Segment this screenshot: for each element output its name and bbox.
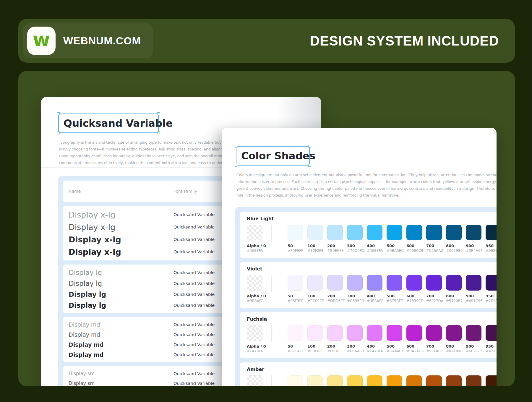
shade-cell: 100#FBE8FF	[307, 325, 323, 354]
shade-cell: 400#9B8AFB	[367, 275, 382, 303]
palette-row: Alpha / 0#E478FA50#FDF4FF100#FBE8FF200#F…	[247, 325, 497, 354]
shade-cell: 500#875BF7	[387, 275, 402, 303]
shade-cell: 900#6F1877	[466, 325, 481, 354]
main-panel: Quicksand Variable Typography is the art…	[18, 71, 515, 386]
shade-step: 300	[347, 243, 363, 248]
type-row-name: Display lg	[63, 269, 173, 276]
column-header-name: Name	[63, 189, 173, 194]
shade-cell: 200#F6D0FE	[327, 325, 343, 354]
selection-box-typography[interactable]: Quicksand Variable	[58, 114, 159, 133]
shade-hex: #0B4A6F	[466, 248, 481, 253]
shade-cell: 900#491C96	[466, 275, 481, 303]
selection-handle-icon[interactable]	[308, 164, 311, 167]
shade-list: 50#F5F3FF100#ECE9FE200#DDD6FE300#C3B5FD4…	[288, 275, 497, 303]
shade-cell: 50#FDF4FF	[288, 325, 303, 354]
description-line: green) convey calmness and trust. Choosi…	[236, 185, 497, 192]
shade-cell: 400#FBBF24	[367, 375, 382, 386]
palette-name: Fuchsia	[247, 316, 497, 322]
shade-step: 500	[387, 294, 402, 299]
shade-step: 800	[446, 243, 462, 248]
shade-cell: 400#E478FA	[367, 325, 382, 354]
color-swatch	[347, 325, 363, 341]
brand-name: WEBNUM.COM	[63, 35, 141, 47]
color-swatch	[446, 275, 462, 291]
shade-step: 50	[288, 243, 303, 248]
shade-cell: 200#B9E6FE	[327, 225, 343, 253]
alpha-cell: Alpha / 0#9B8AFB	[247, 275, 262, 303]
shade-cell: 400#36BFFA	[367, 225, 382, 253]
shade-cell: 300#FCD34D	[347, 375, 363, 386]
shade-step: 950	[486, 294, 497, 299]
shade-hex: #6927DA	[426, 299, 442, 303]
shade-hex: #FDF4FF	[288, 349, 303, 354]
color-swatch	[466, 325, 481, 341]
shade-cell: 50#FFFBEB	[288, 375, 303, 386]
alpha-cell: Alpha / 0	[247, 375, 262, 386]
palette-list: Blue LightAlpha / 0#36BFFA50#F0F9FF100#E…	[235, 207, 497, 386]
shade-hex: #F0F9FF	[288, 248, 303, 253]
shade-step: 700	[426, 294, 442, 299]
shade-step: 400	[367, 243, 382, 248]
shade-hex: #9F1AB1	[426, 349, 442, 354]
shade-step: 400	[367, 294, 382, 299]
selection-handle-icon[interactable]	[235, 145, 237, 147]
type-row-font-family: Quicksand Variable	[173, 342, 215, 347]
alpha-checkerboard-swatch	[247, 225, 262, 240]
selection-box-colors[interactable]: Color Shades	[236, 146, 310, 166]
shade-step: 200	[327, 294, 343, 299]
shade-step: 200	[327, 344, 343, 349]
description-line: role in the design process, improving us…	[236, 192, 497, 199]
shade-cell: 950#451A03	[486, 375, 497, 386]
color-swatch	[307, 325, 323, 341]
selection-handle-icon[interactable]	[57, 132, 60, 134]
shade-hex: #E0F2FE	[307, 248, 323, 253]
shade-cell: 700#026AA2	[426, 225, 442, 253]
alpha-hex: #9B8AFB	[247, 299, 262, 303]
description-line: Colors in design are not only an aesthet…	[236, 171, 497, 178]
shade-cell: 500#F59E0B	[387, 375, 402, 386]
shade-hex: #065986	[446, 248, 462, 253]
type-row-font-family: Quicksand Variable	[173, 212, 215, 217]
shade-cell: 300#7CD4FD	[347, 225, 363, 253]
shade-hex: #821890	[446, 349, 462, 354]
shade-hex: #47104E	[486, 349, 497, 354]
selection-handle-icon[interactable]	[308, 145, 311, 147]
shade-cell: 100#E0F2FE	[307, 225, 323, 253]
color-swatch	[446, 225, 462, 240]
color-swatch	[288, 325, 303, 341]
brand-chip: w WEBNUM.COM	[23, 23, 153, 58]
shade-step: 950	[486, 344, 497, 349]
selection-handle-icon[interactable]	[235, 164, 237, 167]
palette-amber: AmberAlpha / 050#FFFBEB100#FEF3C7200#FDE…	[240, 362, 497, 386]
shade-hex: #062C41	[486, 248, 497, 253]
selection-handle-icon[interactable]	[157, 112, 160, 115]
type-row-font-family: Quicksand Variable	[173, 237, 215, 242]
selection-handle-icon[interactable]	[157, 132, 160, 134]
shade-hex: #0086C9	[406, 248, 422, 253]
color-swatch	[466, 375, 481, 386]
color-swatch	[327, 225, 343, 240]
colors-card: Color Shades Colors in design are not on…	[222, 128, 497, 386]
color-swatch	[426, 375, 442, 386]
shade-list: 50#FFFBEB100#FEF3C7200#FDE68A300#FCD34D4…	[288, 375, 497, 386]
type-row-name: Display md	[63, 321, 173, 328]
palette-fuchsia: FuchsiaAlpha / 0#E478FA50#FDF4FF100#FBE8…	[240, 312, 497, 358]
type-row-name: Display lg	[63, 302, 173, 309]
palette-row: Alpha / 0#36BFFA50#F0F9FF100#E0F2FE200#B…	[247, 225, 497, 253]
selection-handle-icon[interactable]	[57, 112, 60, 115]
colors-description: Colors in design are not only an aesthet…	[236, 171, 497, 199]
shade-step: 300	[347, 344, 363, 349]
type-row-font-family: Quicksand Variable	[173, 322, 215, 327]
type-row-font-family: Quicksand Variable	[173, 249, 215, 254]
column-header-font-family: Font Family	[173, 189, 197, 194]
color-swatch	[307, 275, 323, 291]
shade-step: 400	[367, 344, 382, 349]
shade-list: 50#F0F9FF100#E0F2FE200#B9E6FE300#7CD4FD4…	[288, 225, 497, 253]
shade-hex: #EEAAFD	[347, 349, 363, 354]
shade-hex: #FBE8FF	[307, 349, 323, 354]
header-bar: w WEBNUM.COM DESIGN SYSTEM INCLUDED	[18, 19, 515, 63]
color-swatch	[466, 225, 481, 240]
color-swatch	[406, 325, 422, 341]
shade-hex: #DDD6FE	[327, 299, 343, 303]
shade-hex: #6F1877	[466, 349, 481, 354]
